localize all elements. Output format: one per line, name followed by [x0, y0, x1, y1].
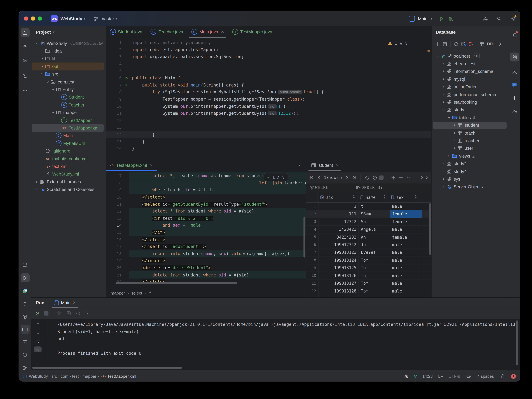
- table-cell[interactable]: 199013124: [319, 257, 359, 264]
- table-cell[interactable]: SSam: [359, 210, 390, 218]
- unlock-icon[interactable]: [500, 373, 506, 379]
- db-item-mysql[interactable]: mysql: [433, 75, 507, 83]
- ddl-button[interactable]: DDL: [487, 42, 495, 46]
- sort-icon[interactable]: [383, 195, 386, 200]
- add-row-icon[interactable]: [390, 174, 396, 181]
- chat-bubble-icon[interactable]: [510, 81, 519, 90]
- table-cell[interactable]: male: [390, 226, 422, 233]
- close-icon[interactable]: ✕: [73, 301, 76, 305]
- services-icon[interactable]: [20, 312, 29, 321]
- error-indicator[interactable]: !: [511, 374, 516, 379]
- table-cell[interactable]: 12312: [319, 218, 359, 225]
- table-cell[interactable]: male: [390, 264, 422, 271]
- tab-teacher-java[interactable]: CTeacher.java: [146, 26, 187, 38]
- close-icon[interactable]: ✕: [150, 163, 153, 168]
- db-item-ebean-test[interactable]: ebean_test: [433, 60, 507, 68]
- project-item-testmapper-xml[interactable]: </>TestMapper.xml: [32, 124, 104, 132]
- code-line-18[interactable]: 18 insert into student(name, sex) values…: [106, 250, 306, 257]
- code-line-16[interactable]: 16}: [106, 145, 431, 152]
- breadcrumb-item[interactable]: mapper: [111, 291, 125, 295]
- breadcrumb-item[interactable]: select: [131, 291, 142, 295]
- table-cell[interactable]: 199012312: [319, 241, 359, 248]
- grid-vscrollbar[interactable]: [429, 203, 431, 255]
- project-name[interactable]: WebStudy: [61, 16, 82, 21]
- chevron-right-icon[interactable]: [441, 85, 446, 89]
- refresh-icon[interactable]: [453, 41, 459, 47]
- project-item-scratches-and-consoles[interactable]: Scratches and Consoles: [32, 185, 104, 193]
- project-item-testmapper[interactable]: ITestMapper: [32, 116, 104, 124]
- chevron-down-icon[interactable]: [34, 41, 39, 45]
- dump-threads-icon[interactable]: [65, 310, 71, 316]
- table-cell[interactable]: male: [390, 257, 422, 264]
- last-page-icon[interactable]: [351, 174, 358, 181]
- add-datasource-icon[interactable]: [434, 41, 441, 47]
- code-line-15[interactable]: 15 }: [106, 138, 431, 145]
- minimize-button[interactable]: [31, 17, 35, 21]
- table-cell[interactable]: female: [390, 233, 422, 241]
- chevron-right-icon[interactable]: [39, 49, 45, 53]
- chevron-right-icon[interactable]: [39, 64, 45, 68]
- xml-hscrollbar[interactable]: [115, 282, 238, 284]
- chevron-right-icon[interactable]: [424, 174, 430, 181]
- chevron-right-icon[interactable]: [452, 131, 457, 135]
- table-cell[interactable]: 199013123: [319, 249, 359, 256]
- soft-wrap-icon[interactable]: [34, 338, 42, 344]
- code-line-8[interactable]: 8 try (SqlSession session = MybatisUtil.…: [106, 89, 431, 96]
- project-item-mybatis-config-xml[interactable]: </>mybatis-config.xml: [32, 155, 104, 162]
- project-item-text-xml[interactable]: </>text.xml: [32, 163, 104, 170]
- chevron-right-icon[interactable]: [441, 69, 446, 73]
- code-line-6[interactable]: 6public class Main {: [106, 74, 431, 82]
- table-cell[interactable]: 199013128: [319, 288, 359, 295]
- db-item-views[interactable]: views2: [433, 152, 507, 160]
- collab-icon[interactable]: [510, 68, 519, 76]
- disconnect-icon[interactable]: [467, 41, 474, 47]
- code-line-10[interactable]: 10 System.out.println(mapper.getStudentB…: [106, 103, 431, 110]
- run-gutter-icon[interactable]: [124, 76, 129, 80]
- code-line-9[interactable]: 9 where teach.tid = #{tid}: [106, 186, 306, 194]
- openai-icon[interactable]: ✳: [510, 94, 519, 103]
- column-header-sex[interactable]: sex: [388, 192, 419, 202]
- chevron-right-icon[interactable]: [441, 177, 446, 181]
- datasource-settings-icon[interactable]: [460, 41, 466, 47]
- delete-row-icon[interactable]: [398, 174, 404, 181]
- code-line-3[interactable]: 3import org.apache.ibatis.session.SqlSes…: [106, 53, 431, 61]
- run-button[interactable]: [438, 15, 444, 22]
- code-with-me-icon[interactable]: [510, 107, 519, 116]
- code-line-14[interactable]: 14 and sex = 'male': [106, 222, 306, 229]
- breadcrumb-item[interactable]: if: [148, 291, 151, 295]
- branch-name[interactable]: master: [101, 16, 114, 21]
- table-cell[interactable]: t: [359, 203, 390, 210]
- code-line-2[interactable]: 2import com.test.mapper.TestMapper;: [106, 46, 431, 53]
- prev-page-icon[interactable]: [316, 174, 322, 181]
- code-line-20[interactable]: 20 <delete id="deleteStudent">: [106, 264, 306, 271]
- project-folder-icon[interactable]: [20, 28, 29, 37]
- project-item-student[interactable]: CStudent: [32, 93, 104, 101]
- sort-icon[interactable]: [352, 195, 355, 200]
- terminal-icon[interactable]: [20, 338, 29, 346]
- run-tab-main[interactable]: Main ✕: [51, 298, 79, 308]
- chevron-down-icon[interactable]: [45, 80, 50, 84]
- code-line-13[interactable]: 13 <if test="sid % 2 == 0">: [106, 215, 306, 222]
- kebab-menu-icon[interactable]: ⋮: [421, 29, 427, 35]
- project-item--gitignore[interactable]: .gitignore: [32, 147, 104, 155]
- code-line-1[interactable]: 1import com.test.entity.Student;: [106, 39, 431, 46]
- table-cell[interactable]: Tom: [359, 257, 390, 264]
- chevron-right-icon[interactable]: [34, 188, 39, 191]
- db-item-study[interactable]: study: [433, 106, 507, 114]
- code-line-9[interactable]: 9 TestMapper mapper = session.getMapper(…: [106, 96, 431, 103]
- code-line-12[interactable]: 12 select * from student where sid = #{s…: [106, 208, 306, 215]
- table-cell[interactable]: 199013126: [319, 272, 359, 279]
- rerun-icon[interactable]: [34, 310, 40, 316]
- project-item-lib[interactable]: lib: [32, 55, 104, 62]
- db-item--localhost[interactable]: @localhost10: [433, 52, 507, 60]
- tab-testmapper-xml[interactable]: </> TestMapper.xml✕: [106, 159, 157, 172]
- profiler-icon[interactable]: [75, 310, 81, 316]
- project-item-mapper[interactable]: mapper: [32, 109, 104, 116]
- line-separator-widget[interactable]: LF: [438, 374, 443, 379]
- add-user-icon[interactable]: [482, 15, 488, 22]
- db-item-teach[interactable]: teach: [433, 129, 507, 137]
- close-button[interactable]: [24, 17, 28, 21]
- first-page-icon[interactable]: [308, 174, 315, 181]
- project-item-webstudy[interactable]: WebStudy~/Desktop/CS/Jav: [32, 40, 104, 47]
- db-item-study4[interactable]: study4: [433, 167, 507, 175]
